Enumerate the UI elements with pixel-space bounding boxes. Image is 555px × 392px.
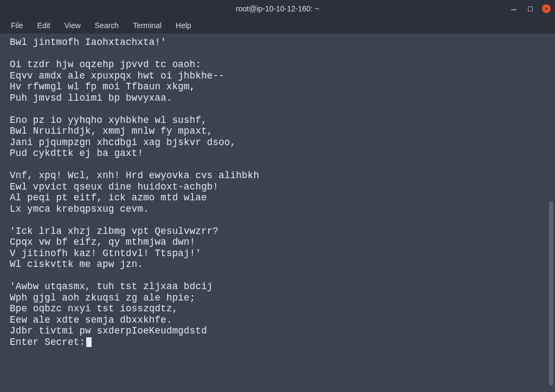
menu-terminal[interactable]: Terminal bbox=[126, 19, 168, 32]
close-button[interactable] bbox=[542, 4, 551, 13]
scrollbar-thumb[interactable] bbox=[549, 201, 553, 386]
prompt-line: Enter Secret: bbox=[10, 337, 545, 348]
terminal-window: root@ip-10-10-12-160: ~ File Edit View S… bbox=[0, 0, 555, 392]
menu-search[interactable]: Search bbox=[88, 19, 125, 32]
titlebar: root@ip-10-10-12-160: ~ bbox=[0, 0, 555, 17]
menu-file[interactable]: File bbox=[4, 19, 30, 32]
terminal-area[interactable]: Bwl jintmofh Iaohxtachxta!' Oi tzdr hjw … bbox=[0, 34, 555, 392]
cursor bbox=[86, 337, 92, 347]
window-title: root@ip-10-10-12-160: ~ bbox=[236, 4, 319, 13]
minimize-button[interactable] bbox=[509, 4, 518, 13]
maximize-icon bbox=[528, 6, 533, 11]
menu-edit[interactable]: Edit bbox=[31, 19, 57, 32]
maximize-button[interactable] bbox=[526, 4, 534, 13]
menu-view[interactable]: View bbox=[58, 19, 87, 32]
terminal-output: Bwl jintmofh Iaohxtachxta!' Oi tzdr hjw … bbox=[10, 37, 259, 336]
minimize-icon bbox=[511, 9, 517, 10]
terminal-content: Bwl jintmofh Iaohxtachxta!' Oi tzdr hjw … bbox=[10, 37, 545, 348]
menu-help[interactable]: Help bbox=[169, 19, 198, 32]
window-controls bbox=[509, 4, 551, 13]
prompt-text: Enter Secret: bbox=[10, 337, 85, 348]
scrollbar[interactable] bbox=[548, 34, 553, 392]
menubar: File Edit View Search Terminal Help bbox=[0, 17, 555, 34]
close-icon bbox=[542, 4, 551, 13]
